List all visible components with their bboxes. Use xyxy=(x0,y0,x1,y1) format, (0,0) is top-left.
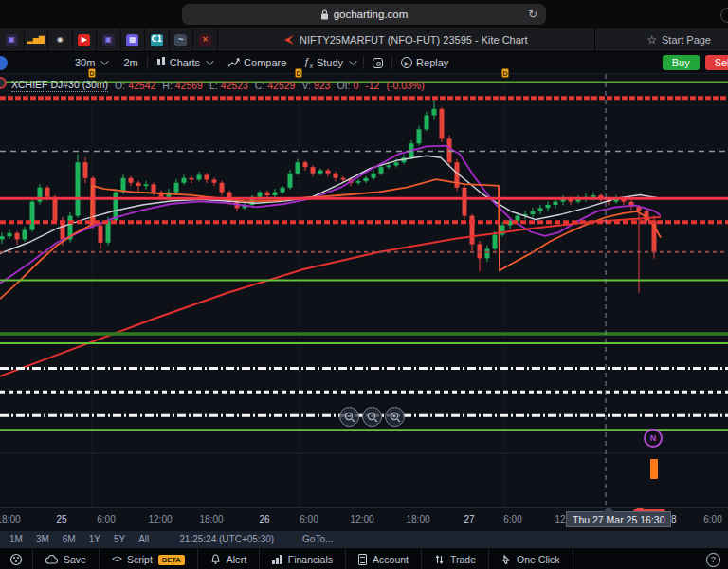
compare-button[interactable]: Compare xyxy=(220,52,295,73)
script-label: Script xyxy=(127,554,153,565)
lens-app-icon: ◉ xyxy=(54,34,66,46)
candle-body xyxy=(296,162,300,174)
range-5y[interactable]: 5Y xyxy=(114,534,125,544)
buy-button[interactable]: Buy xyxy=(663,55,700,70)
chart-toolbar: 30m 2m Charts Compare ƒx Study ▶ Replay … xyxy=(0,52,728,74)
pinned-tab-wave-app[interactable]: ~ xyxy=(170,28,194,51)
candle-body xyxy=(334,174,338,178)
bottom-toolbar-spacer xyxy=(573,548,699,569)
axis-time-label: 6:00 xyxy=(703,514,721,524)
pinned-tabs: ▣▂▅▇◉▶▣▦C1~× xyxy=(0,28,218,51)
candlestick-chart[interactable] xyxy=(0,74,728,507)
interval-label: 30m xyxy=(75,57,95,68)
news-badge[interactable]: N xyxy=(644,429,663,448)
financials-label: Financials xyxy=(288,554,333,565)
gocharting-logo[interactable] xyxy=(0,56,8,70)
candle-body xyxy=(15,233,20,240)
high-value: 42569 xyxy=(175,80,203,91)
chart-area[interactable]: XCHIEF DJ#30 (30m) O: 42542 H: 42569 L: … xyxy=(0,74,728,507)
axis-day-label: 26 xyxy=(259,514,269,524)
candle-body xyxy=(318,171,323,174)
legend-symbol[interactable]: XCHIEF DJ#30 (30m) xyxy=(11,79,108,92)
pinned-tab-grid-app[interactable]: ▦ xyxy=(121,28,146,51)
start-page-tab[interactable]: ☆ Start Page xyxy=(595,28,728,51)
pinned-tab-chart-app[interactable]: ▂▅▇ xyxy=(25,28,49,51)
pinned-tab-x-app[interactable]: × xyxy=(193,28,218,51)
youtube-icon: ▶ xyxy=(78,34,90,46)
tab-bar: ▣▂▅▇◉▶▣▦C1~× NIFTY25MARFUT (NFO-FUT) 235… xyxy=(0,28,728,52)
save-button[interactable]: Save xyxy=(32,548,100,569)
candle-body xyxy=(516,216,520,221)
financials-button[interactable]: Financials xyxy=(260,548,346,569)
interval-2m-button[interactable]: 2m xyxy=(115,52,146,73)
candle-body xyxy=(30,202,35,230)
range-1m[interactable]: 1M xyxy=(9,534,23,544)
axis-time-label: 18:00 xyxy=(199,514,223,524)
active-tab[interactable]: NIFTY25MARFUT (NFO-FUT) 23595 - Kite Cha… xyxy=(218,28,596,51)
session-marker-badge[interactable]: D xyxy=(501,68,509,78)
browser-profile-icon[interactable] xyxy=(720,8,728,23)
range-6m[interactable]: 6M xyxy=(63,534,76,544)
help-button[interactable]: ? xyxy=(706,553,720,567)
pinned-tab-c1-app[interactable]: C1 xyxy=(145,28,170,51)
refresh-icon[interactable]: ↻ xyxy=(528,8,537,21)
alert-button[interactable]: Alert xyxy=(198,548,261,569)
axis-time-label: 12:00 xyxy=(148,514,172,524)
one-click-button[interactable]: One Click xyxy=(489,548,573,569)
compare-icon xyxy=(228,58,240,67)
candle-body xyxy=(205,174,209,179)
zoom-out-button[interactable] xyxy=(339,407,359,427)
zoom-in-icon xyxy=(390,412,401,423)
code-icon: <> xyxy=(112,555,121,565)
replay-button[interactable]: ▶ Replay xyxy=(392,52,457,73)
pinned-tab-lens-app[interactable]: ◉ xyxy=(48,28,73,51)
candle-body xyxy=(129,178,134,183)
candle-body xyxy=(493,234,498,248)
charts-label: Charts xyxy=(170,57,200,68)
candle-body xyxy=(197,174,202,179)
chevron-down-icon xyxy=(349,57,356,64)
lock-icon xyxy=(320,9,329,20)
study-label: Study xyxy=(317,57,343,68)
zoom-reset-button[interactable] xyxy=(362,407,382,427)
fx-icon: ƒx xyxy=(303,56,313,69)
sell-button[interactable]: Sell xyxy=(705,55,728,70)
palette-icon xyxy=(9,553,23,566)
candle-body xyxy=(288,174,293,188)
account-button[interactable]: Account xyxy=(346,548,422,569)
trade-arrows-icon xyxy=(434,554,445,565)
range-all[interactable]: All xyxy=(138,534,149,544)
beta-badge: BETA xyxy=(158,555,185,565)
axis-time-label: 18:00 xyxy=(0,514,21,524)
pinned-tab-youtube[interactable]: ▶ xyxy=(73,28,98,51)
goto-button[interactable]: GoTo... xyxy=(302,534,333,544)
axis-day-label: 25 xyxy=(56,514,66,524)
chart-legend[interactable]: XCHIEF DJ#30 (30m) O: 42542 H: 42569 L: … xyxy=(11,79,425,92)
time-axis[interactable]: 18:00256:0012:0018:00266:0012:0018:00276… xyxy=(0,507,728,531)
range-1y[interactable]: 1Y xyxy=(89,534,100,544)
session-marker-badge[interactable]: D xyxy=(295,68,302,78)
range-3m[interactable]: 3M xyxy=(36,534,49,544)
candle-body xyxy=(303,162,308,167)
session-marker-badge[interactable]: D xyxy=(88,68,96,78)
active-tab-title: NIFTY25MARFUT (NFO-FUT) 23595 - Kite Cha… xyxy=(300,34,528,46)
kite-logo-icon xyxy=(284,35,294,45)
study-dropdown[interactable]: ƒx Study xyxy=(295,52,363,73)
url-bar[interactable]: gocharting.com ↻ xyxy=(182,4,546,25)
zoom-reset-icon xyxy=(367,412,378,423)
trade-button[interactable]: Trade xyxy=(422,548,489,569)
axis-day-label: 27 xyxy=(464,514,474,524)
axis-time-label: 12:00 xyxy=(350,514,373,524)
browser-top-bar: gocharting.com ↻ xyxy=(0,0,728,28)
pinned-tab-purple-app-2[interactable]: ▣ xyxy=(97,28,121,51)
zoom-in-button[interactable] xyxy=(385,407,405,427)
snapshot-button[interactable] xyxy=(364,52,391,73)
wave-app-icon: ~ xyxy=(174,34,187,46)
candle-body xyxy=(8,233,12,236)
pinned-tab-purple-app[interactable]: ▣ xyxy=(0,28,25,51)
script-button[interactable]: <> Script BETA xyxy=(100,548,198,569)
theme-button[interactable] xyxy=(0,548,32,569)
high-label: H: xyxy=(162,80,173,91)
star-icon: ☆ xyxy=(646,33,657,46)
charts-dropdown[interactable]: Charts xyxy=(148,52,220,73)
